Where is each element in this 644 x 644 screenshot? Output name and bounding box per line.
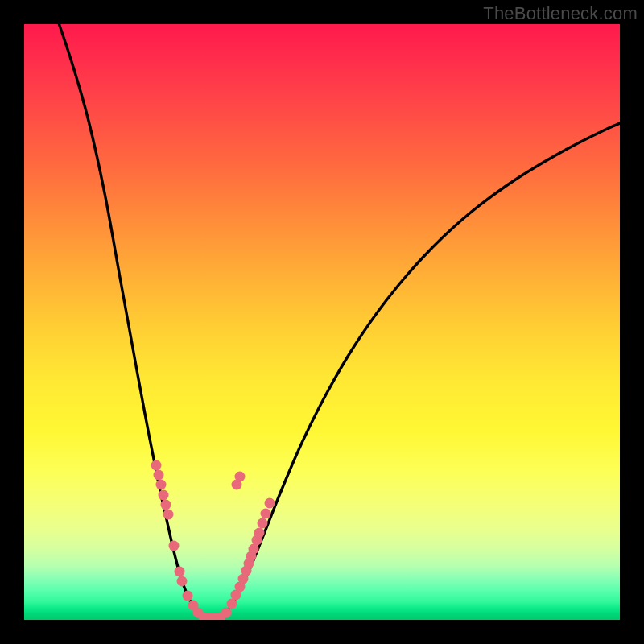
svg-point-1	[154, 470, 164, 481]
svg-point-29	[265, 498, 275, 509]
left-branch	[56, 24, 204, 618]
svg-point-16	[221, 608, 232, 618]
svg-point-5	[163, 510, 174, 520]
svg-point-31	[235, 472, 246, 482]
bottleneck-curve-svg	[24, 24, 620, 620]
svg-point-3	[159, 490, 169, 501]
svg-point-27	[258, 518, 268, 529]
highlight-dots	[151, 460, 275, 621]
svg-point-7	[175, 567, 185, 577]
svg-point-28	[261, 509, 271, 519]
watermark-text: TheBottleneck.com	[483, 3, 638, 24]
svg-point-9	[183, 591, 193, 601]
right-branch	[221, 117, 620, 618]
plot-frame	[24, 24, 620, 620]
svg-point-4	[161, 500, 171, 510]
svg-point-0	[151, 460, 162, 471]
svg-point-8	[177, 576, 188, 587]
svg-point-6	[169, 541, 180, 551]
svg-point-26	[254, 528, 265, 539]
svg-point-2	[156, 480, 167, 490]
